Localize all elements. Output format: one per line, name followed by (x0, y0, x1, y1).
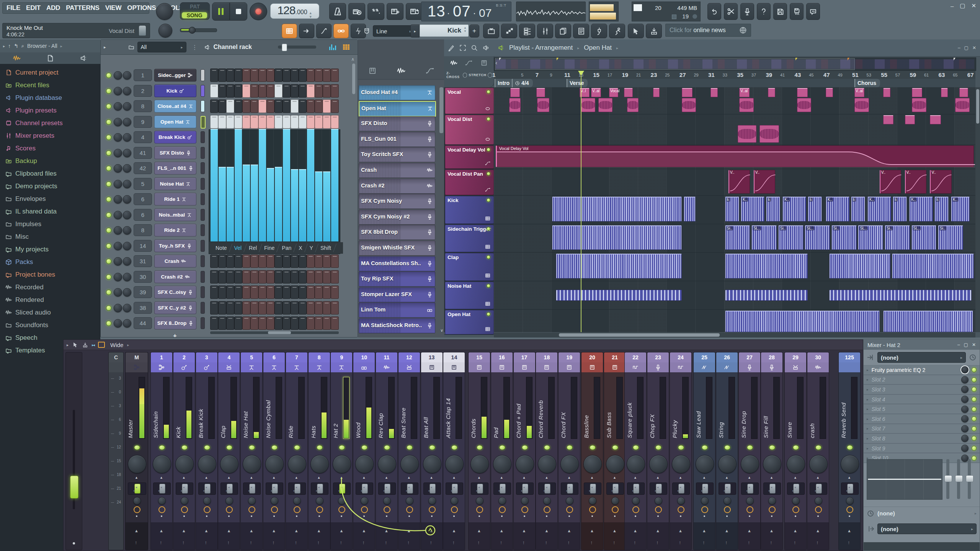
velocity-bar[interactable] (235, 129, 242, 241)
slot-mix-knob[interactable] (961, 386, 969, 393)
step-cell[interactable] (250, 316, 258, 330)
step-cell[interactable] (234, 316, 242, 330)
channel-mute-strip[interactable] (201, 286, 205, 298)
pattern-clip[interactable]: Si.. (778, 225, 804, 250)
strip-send-arrow-icon[interactable]: ↑ (500, 540, 503, 545)
picker-item[interactable]: Smigen Whistle SFX (359, 241, 435, 256)
track-header-vocal-delay-vol[interactable]: Vocal Delay Vol (445, 145, 494, 169)
strip-fader[interactable]: ◂ ▸ (128, 483, 146, 495)
strip-route-arrow-icon[interactable]: ▲ (544, 528, 549, 533)
strip-route-arrow-icon[interactable]: ▲ (747, 528, 751, 533)
step-cell[interactable] (274, 254, 283, 268)
strip-stereo-knob[interactable] (632, 497, 640, 505)
browser-item-current-project[interactable]: Current project (0, 66, 100, 79)
strip-route-arrow-icon[interactable]: ▲ (384, 528, 389, 533)
strip-arrow-up-icon[interactable]: ▲ (816, 476, 820, 479)
plugin-button[interactable] (591, 24, 607, 38)
track-content[interactable] (494, 310, 975, 334)
automation-clip[interactable]: V.. (930, 170, 951, 194)
mixer-strip-noise-hat[interactable]: 5Noise Hat▲◂ ▸▲↑ (240, 352, 263, 550)
channel-volume-knob[interactable] (123, 257, 131, 266)
pattern-clip[interactable]: SL.. (858, 225, 883, 250)
strip-fx-circle[interactable] (655, 506, 662, 513)
strip-send-arrow-icon[interactable]: ↑ (272, 540, 275, 545)
pattern-clip[interactable]: E (851, 197, 866, 222)
eq-slider-grip[interactable] (944, 475, 952, 482)
step-cell[interactable] (210, 99, 218, 113)
mixer-strip-master[interactable]: MMaster▲◂ ▸▲↑ (125, 352, 148, 550)
strip-number[interactable]: 12 (399, 352, 420, 362)
channel-mute-strip[interactable] (201, 255, 205, 267)
automation-clip[interactable]: V.. (754, 170, 775, 194)
strip-fader[interactable]: ◂ ▸ (378, 483, 396, 495)
velocity-bar[interactable] (211, 129, 218, 241)
channel-number-button[interactable]: 31 (134, 255, 152, 267)
strip-mute-led[interactable] (226, 445, 232, 450)
audio-clip[interactable] (624, 88, 633, 97)
strip-stereo-knob[interactable] (746, 497, 754, 505)
strip-route-arrow-icon[interactable]: ▲ (769, 528, 774, 533)
step-cell[interactable] (331, 115, 339, 129)
marker-intro[interactable]: Intro (495, 79, 513, 87)
track-content[interactable]: Si..SL..Si..SL..Si..SL..Si..SL..Si.. (494, 224, 975, 252)
strip-number[interactable]: 7 (286, 352, 307, 362)
strip-route-arrow-icon[interactable]: ▲ (477, 528, 481, 533)
strip-stereo-knob[interactable] (361, 497, 368, 505)
slot-name[interactable]: Fruity parametric EQ 2 (872, 367, 958, 373)
strip-arrow-up-icon[interactable]: ▲ (679, 476, 682, 479)
audio-clip[interactable] (682, 88, 693, 97)
strip-fader[interactable]: ◂ ▸ (266, 483, 283, 495)
slot-mix-knob[interactable] (961, 406, 969, 413)
strip-fx-circle[interactable] (544, 506, 550, 513)
pattern-clip[interactable]: SL.. (911, 225, 937, 250)
strip-send-arrow-icon[interactable]: ↑ (848, 540, 850, 545)
step-cell[interactable] (266, 316, 274, 330)
pattern-clip[interactable]: E (934, 197, 949, 222)
step-cell[interactable] (250, 115, 258, 129)
cut-button[interactable] (724, 3, 738, 20)
step-cell[interactable] (331, 84, 339, 98)
strip-mute-led[interactable] (724, 445, 730, 450)
strip-send-arrow-icon[interactable]: ↑ (590, 540, 593, 545)
rack-graph-icon[interactable] (329, 44, 336, 50)
performance-button[interactable] (609, 24, 625, 38)
channel-number-button[interactable]: 41 (134, 147, 152, 159)
strip-pan-knob[interactable] (583, 455, 602, 473)
channel-enable-led[interactable] (106, 290, 111, 295)
strip-stereo-knob[interactable] (498, 497, 506, 505)
channel-mute-strip[interactable] (201, 193, 205, 205)
strip-send-arrow-icon[interactable]: ↑ (227, 540, 230, 545)
strip-arrow-up-icon[interactable]: ▲ (523, 476, 526, 479)
channel-pan-knob[interactable] (114, 149, 122, 157)
mixer-strip-chord-pad[interactable]: 17Chord + Pad▲◂ ▸▲↑ (513, 352, 536, 550)
mixer-strip-crash[interactable]: 30crash▲◂ ▸▲↑ (807, 352, 829, 550)
step-cell[interactable] (274, 301, 283, 315)
pattern-clip[interactable]: E (725, 197, 740, 222)
channel-number-button[interactable]: 8 (134, 100, 152, 112)
strip-stereo-knob[interactable] (768, 497, 776, 505)
step-cell[interactable] (299, 270, 307, 284)
strip-number[interactable]: C (109, 352, 123, 362)
step-cell[interactable] (210, 301, 218, 315)
velocity-bar[interactable] (259, 129, 266, 241)
step-cell[interactable] (266, 285, 274, 299)
automation-icon[interactable] (485, 187, 490, 192)
strip-route-arrow-icon[interactable]: ▲ (294, 528, 299, 533)
strip-route-arrow-icon[interactable]: ▲ (725, 528, 729, 533)
channel-pan-knob[interactable] (114, 226, 122, 235)
picker-item[interactable]: SFX 8bit Drop (359, 225, 435, 240)
mixer-strip-plucky[interactable]: 24Plucky▲◂ ▸▲↑ (670, 352, 692, 550)
strip-stereo-knob[interactable] (248, 497, 256, 505)
picker-item[interactable]: Toy Scritch SFX (359, 147, 435, 162)
strip-stereo-knob[interactable] (589, 497, 596, 505)
step-cell[interactable] (258, 270, 266, 284)
velocity-bar[interactable] (307, 129, 314, 241)
browser-item-recent-files[interactable]: Recent files (0, 79, 100, 91)
docs-button[interactable] (555, 24, 571, 38)
step-cell[interactable] (266, 99, 274, 113)
pattern-clip[interactable] (684, 197, 695, 222)
slot-enable-led[interactable] (972, 367, 977, 372)
velocity-bar[interactable] (323, 171, 330, 241)
channel-enable-led[interactable] (106, 259, 111, 264)
step-cell[interactable] (210, 68, 218, 82)
